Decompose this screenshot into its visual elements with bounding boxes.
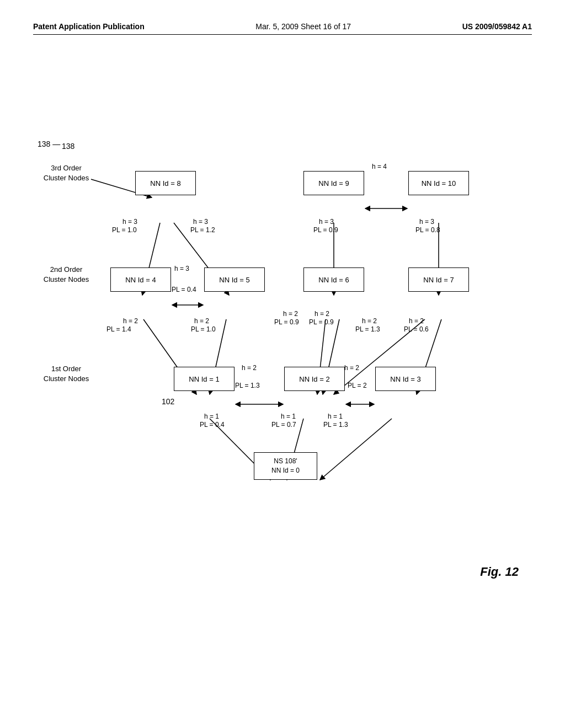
node-nn10: NN Id = 10 [408,171,469,195]
label-3rd-order: 3rd OrderCluster Nodes [39,163,94,183]
edge-pl13-nn7-nn2: PL = 1.3 [355,325,380,333]
node-ns108: NS 108'NN Id = 0 [254,452,317,480]
ref-138: 138 [62,142,74,151]
edge-pl04-nn1-ns: PL = 0.4 [200,421,225,429]
node-nn9: NN Id = 9 [303,171,364,195]
ref-102: 102 [162,397,174,406]
edge-h1-nn1-ns: h = 1 [204,413,219,420]
edge-h4: h = 4 [372,163,387,170]
node-nn6: NN Id = 6 [303,267,364,292]
edge-h2-nn7-nn3: h = 2 [409,317,424,325]
edge-pl12-nn8-nn5: PL = 1.2 [190,226,215,234]
edge-pl09-nn6-nn2a: PL = 0.9 [274,318,299,326]
edge-pl10-nn5-nn1: PL = 1.0 [191,325,216,333]
edge-pl13-nn3-ns: PL = 1.3 [323,421,348,429]
node-nn7: NN Id = 7 [408,267,469,292]
label-1st-order: 1st OrderCluster Nodes [39,364,94,384]
edge-h2-nn2-nn3: h = 2 [344,364,359,372]
figure-label: Fig. 12 [480,565,519,579]
edge-pl07-nn2-ns: PL = 0.7 [271,421,296,429]
edge-h3-nn10-nn7: h = 3 [419,218,434,226]
edge-pl09-nn6-nn2b: PL = 0.9 [309,318,334,326]
edge-pl2-nn2-nn3: PL = 2 [348,382,367,389]
header-center: Mar. 5, 2009 Sheet 16 of 17 [255,22,351,31]
node-nn2: NN Id = 2 [284,367,345,391]
edge-h3-nn9-nn6: h = 3 [319,218,334,226]
edge-h2-nn1-nn2: h = 2 [242,364,257,372]
node-nn8: NN Id = 8 [135,171,196,195]
edge-pl04-nn4-nn5: PL = 0.4 [172,286,196,293]
edge-pl10-nn8-nn4: PL = 1.0 [112,226,137,234]
edge-pl08-nn10-nn7: PL = 0.8 [415,226,440,234]
edge-h2-nn5-nn1: h = 2 [194,317,209,325]
label-2nd-order: 2nd OrderCluster Nodes [39,265,94,285]
node-nn5: NN Id = 5 [204,267,265,292]
edge-h2-nn7-nn2: h = 2 [362,317,377,325]
ref-138-outer: 138 — [38,140,60,148]
edge-h2-nn4-nn1: h = 2 [123,317,138,325]
edge-pl13-nn1-nn2: PL = 1.3 [235,382,260,389]
edge-pl14-nn4-nn1: PL = 1.4 [106,325,131,333]
edge-h1-nn2-ns-a: h = 1 [281,413,296,420]
diagram: 3rd OrderCluster Nodes 2nd OrderCluster … [33,110,530,607]
edge-h3-nn8-nn4: h = 3 [122,218,137,226]
node-nn4: NN Id = 4 [110,267,171,292]
edge-pl09-nn9-nn6: PL = 0.9 [313,226,338,234]
edge-pl06-nn7-nn3: PL = 0.6 [404,325,429,333]
header-left: Patent Application Publication [33,22,145,31]
edge-h1-nn3-ns: h = 1 [328,413,343,420]
edge-h3-nn8-nn5: h = 3 [193,218,208,226]
node-nn3: NN Id = 3 [375,367,436,391]
header: Patent Application Publication Mar. 5, 2… [33,22,532,35]
node-nn1: NN Id = 1 [174,367,234,391]
edge-h2-nn6-nn2b: h = 2 [315,310,329,318]
edge-h3-nn4-nn5: h = 3 [174,265,189,272]
edge-h2-nn6-nn2a: h = 2 [283,310,298,318]
header-right: US 2009/059842 A1 [462,22,532,31]
page: Patent Application Publication Mar. 5, 2… [0,0,565,728]
